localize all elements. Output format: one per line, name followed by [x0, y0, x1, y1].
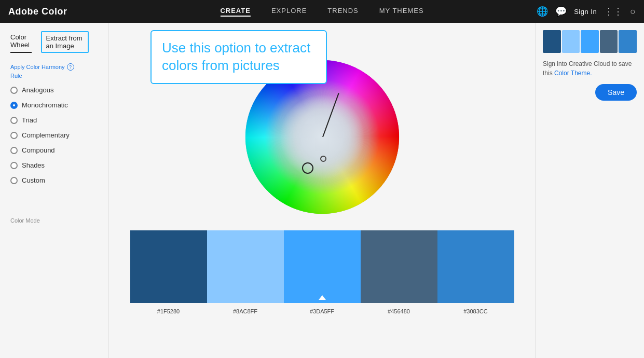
radio-label-compound: Compound: [22, 146, 55, 154]
wheel-handle-outer[interactable]: [302, 162, 313, 174]
radio-complementary[interactable]: Complementary: [10, 131, 98, 139]
radio-label-shades: Shades: [22, 161, 45, 169]
nav-center: CREATE EXPLORE TRENDS MY THEMES: [220, 7, 423, 17]
radio-label-complementary: Complementary: [22, 131, 70, 139]
wheel-handle-inner[interactable]: [320, 156, 326, 162]
mini-swatches: [543, 30, 637, 53]
color-theme-link[interactable]: Color Theme.: [554, 70, 592, 77]
main-container: Color Wheel Extract from an Image Apply …: [0, 23, 644, 358]
callout-text: Use this option to extract colors from p…: [162, 40, 310, 73]
right-panel: Sign into Creative Cloud to save this Co…: [535, 23, 644, 358]
radio-circle-compound: [10, 147, 18, 154]
swatch-label-2: #3DA5FF: [284, 308, 361, 314]
nav-right: 🌐 💬 Sign In ⋮⋮ ○: [537, 6, 636, 17]
mini-swatch-4[interactable]: [619, 30, 637, 53]
save-button[interactable]: Save: [595, 84, 637, 101]
radio-circle-triad: [10, 117, 18, 124]
tab-row: Color Wheel Extract from an Image: [10, 31, 98, 53]
help-icon[interactable]: ?: [67, 63, 74, 71]
radio-circle-custom: [10, 177, 18, 184]
nav-mythemes[interactable]: MY THEMES: [379, 7, 424, 17]
app-logo: Adobe Color: [8, 6, 67, 17]
swatch-active-arrow: [319, 295, 326, 300]
radio-label-triad: Triad: [22, 116, 37, 124]
grid-icon[interactable]: ⋮⋮: [604, 6, 623, 17]
tab-color-wheel[interactable]: Color Wheel: [10, 33, 32, 53]
radio-circle-complementary: [10, 132, 18, 139]
swatch-label-4: #3083CC: [437, 308, 514, 314]
callout-box: Use this option to extract colors from p…: [150, 30, 327, 84]
radio-analogous[interactable]: Analogous: [10, 86, 98, 94]
swatch-label-3: #456480: [361, 308, 437, 314]
radio-triad[interactable]: Triad: [10, 116, 98, 124]
radio-shades[interactable]: Shades: [10, 161, 98, 169]
radio-custom[interactable]: Custom: [10, 176, 98, 184]
sidebar: Color Wheel Extract from an Image Apply …: [0, 23, 109, 358]
chat-icon[interactable]: 💬: [555, 6, 567, 17]
color-mode-label: Color Mode: [10, 217, 40, 224]
radio-circle-analogous: [10, 87, 18, 94]
swatch-0[interactable]: #1F5280: [130, 230, 207, 303]
swatch-3[interactable]: #456480: [361, 230, 437, 303]
swatch-label-0: #1F5280: [130, 308, 207, 314]
harmony-label: Apply Color Harmony ?: [10, 63, 98, 71]
radio-label-monochromatic: Monochromatic: [22, 101, 68, 109]
radio-circle-monochromatic: [10, 102, 18, 109]
swatch-1[interactable]: #8AC8FF: [207, 230, 284, 303]
center-content: Use this option to extract colors from p…: [109, 23, 535, 358]
swatches-row: #1F5280 #8AC8FF #3DA5FF #456480 #3083CC: [130, 230, 514, 303]
top-nav: Adobe Color CREATE EXPLORE TRENDS MY THE…: [0, 0, 644, 23]
cloud-text: Sign into Creative Cloud to save this Co…: [543, 59, 637, 78]
nav-create[interactable]: CREATE: [220, 7, 250, 17]
mini-swatch-2[interactable]: [581, 30, 599, 53]
sign-in-button[interactable]: Sign In: [574, 8, 597, 16]
globe-icon[interactable]: 🌐: [537, 6, 548, 17]
radio-circle-shades: [10, 162, 18, 169]
swatch-label-1: #8AC8FF: [207, 308, 284, 314]
mini-swatch-1[interactable]: [562, 30, 580, 53]
mini-swatch-3[interactable]: [600, 30, 618, 53]
nav-trends[interactable]: TRENDS: [327, 7, 358, 17]
swatch-4[interactable]: #3083CC: [437, 230, 514, 303]
harmony-sublabel: Rule: [10, 73, 98, 79]
nav-explore[interactable]: EXPLORE: [271, 7, 307, 17]
radio-label-analogous: Analogous: [22, 86, 53, 94]
swatch-2[interactable]: #3DA5FF: [284, 230, 361, 303]
radio-label-custom: Custom: [22, 176, 45, 184]
tab-extract[interactable]: Extract from an Image: [41, 31, 89, 53]
radio-monochromatic[interactable]: Monochromatic: [10, 101, 98, 109]
radio-compound[interactable]: Compound: [10, 146, 98, 154]
mini-swatch-0[interactable]: [543, 30, 561, 53]
profile-icon[interactable]: ○: [630, 6, 636, 17]
